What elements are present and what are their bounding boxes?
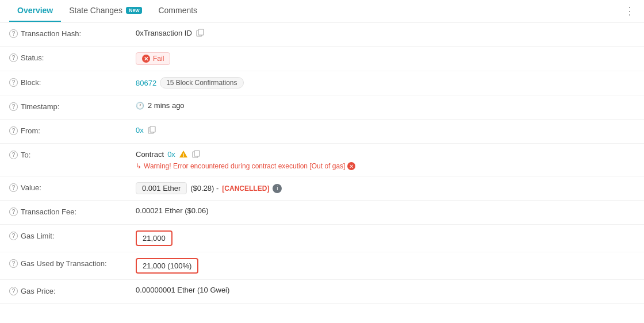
tab-state-changes-label: State Changes [69, 6, 122, 15]
help-icon-tx-fee[interactable]: ? [9, 207, 18, 216]
status-badge: ✕ Fail [136, 52, 170, 65]
label-block: ? Block: [9, 77, 136, 87]
value-from: 0x [136, 125, 635, 134]
row-timestamp: ? Timestamp: 🕐 2 mins ago [0, 95, 644, 120]
clock-icon: 🕐 [136, 102, 144, 110]
svg-rect-1 [198, 29, 204, 35]
label-value: ? Value: [9, 182, 136, 192]
contract-address-link[interactable]: 0x [167, 150, 175, 159]
to-main-line: Contract 0x ! [136, 149, 201, 159]
label-gas-used: ? Gas Used by Transaction: [9, 258, 136, 268]
tab-overview-label: Overview [17, 6, 53, 15]
row-value: ? Value: 0.001 Ether ($0.28) - [CANCELLE… [0, 176, 644, 201]
value-transaction-hash: 0xTransaction ID [136, 28, 635, 37]
svg-rect-7 [194, 151, 200, 156]
value-info-icon[interactable]: i [273, 184, 282, 193]
label-transaction-hash: ? Transaction Hash: [9, 28, 136, 38]
row-gas-used: ? Gas Used by Transaction: 21,000 (100%) [0, 252, 644, 280]
label-gas-limit: ? Gas Limit: [9, 230, 136, 240]
label-from: ? From: [9, 125, 136, 135]
help-icon-to[interactable]: ? [9, 151, 18, 159]
row-transaction-hash: ? Transaction Hash: 0xTransaction ID [0, 22, 644, 47]
label-to: ? To: [9, 149, 136, 159]
to-warning-icon: ! [179, 149, 188, 159]
state-changes-badge: New [126, 7, 143, 14]
help-icon-gas-limit[interactable]: ? [9, 232, 18, 240]
gas-limit-value: 21,000 [136, 230, 172, 246]
value-timestamp: 🕐 2 mins ago [136, 101, 635, 110]
value-to: Contract 0x ! ↳ Warning! Error [136, 149, 635, 170]
value-gas-limit: 21,000 [136, 230, 635, 246]
cancelled-badge: [CANCELLED] [222, 184, 269, 193]
row-gas-limit: ? Gas Limit: 21,000 [0, 225, 644, 252]
help-icon-value[interactable]: ? [9, 183, 18, 192]
eth-value-pill: 0.001 Ether [136, 182, 187, 194]
to-warning-text: ↳ Warning! Error encountered during cont… [136, 162, 355, 170]
help-icon-from[interactable]: ? [9, 126, 18, 135]
copy-tx-hash-icon[interactable] [195, 28, 205, 37]
value-block: 80672 15 Block Confirmations [136, 77, 635, 89]
tab-menu-icon[interactable]: ⋮ [624, 5, 635, 17]
transaction-details: ? Transaction Hash: 0xTransaction ID ? S… [0, 22, 644, 304]
row-status: ? Status: ✕ Fail [0, 47, 644, 71]
value-status: ✕ Fail [136, 52, 635, 65]
help-icon-timestamp[interactable]: ? [9, 102, 18, 111]
timestamp-text: 2 mins ago [148, 101, 185, 110]
help-icon-block[interactable]: ? [9, 78, 18, 87]
copy-from-icon[interactable] [147, 125, 156, 134]
copy-contract-icon[interactable] [191, 149, 201, 159]
status-fail-icon: ✕ [142, 55, 150, 63]
label-status: ? Status: [9, 52, 136, 62]
tab-comments[interactable]: Comments [150, 0, 205, 22]
block-number-link[interactable]: 80672 [136, 79, 156, 87]
contract-label: Contract [136, 150, 164, 159]
warning-error-icon: ✕ [347, 162, 355, 170]
warning-message: Warning! Error encountered during contra… [144, 162, 345, 170]
tx-hash-text: 0xTransaction ID [136, 29, 192, 37]
svg-text:!: ! [182, 152, 184, 158]
label-transaction-fee: ? Transaction Fee: [9, 206, 136, 216]
row-gas-price: ? Gas Price: 0.00000001 Ether (10 Gwei) [0, 280, 644, 304]
tx-fee-text: 0.00021 Ether ($0.06) [136, 206, 208, 215]
tab-overview[interactable]: Overview [9, 0, 61, 22]
help-icon-status[interactable]: ? [9, 53, 18, 62]
value-gas-used: 21,000 (100%) [136, 258, 635, 274]
block-confirmations-badge: 15 Block Confirmations [160, 77, 243, 89]
value-transaction-fee: 0.00021 Ether ($0.06) [136, 206, 635, 215]
value-value: 0.001 Ether ($0.28) - [CANCELLED] i [136, 182, 635, 194]
tab-bar: Overview State Changes New Comments ⋮ [0, 0, 644, 22]
gas-used-value: 21,000 (100%) [136, 258, 198, 274]
help-icon-gas-used[interactable]: ? [9, 259, 18, 268]
row-from: ? From: 0x [0, 120, 644, 144]
label-gas-price: ? Gas Price: [9, 286, 136, 295]
row-to: ? To: Contract 0x ! [0, 144, 644, 176]
usd-value-text: ($0.28) - [190, 184, 218, 193]
tab-state-changes[interactable]: State Changes New [61, 0, 150, 22]
svg-rect-3 [150, 126, 155, 132]
value-gas-price: 0.00000001 Ether (10 Gwei) [136, 286, 635, 294]
help-icon-gas-price[interactable]: ? [9, 287, 18, 295]
gas-price-text: 0.00000001 Ether (10 Gwei) [136, 286, 229, 294]
row-block: ? Block: 80672 15 Block Confirmations [0, 71, 644, 95]
row-transaction-fee: ? Transaction Fee: 0.00021 Ether ($0.06) [0, 201, 644, 225]
from-address-link[interactable]: 0x [136, 126, 144, 134]
status-fail-label: Fail [153, 55, 164, 63]
tab-comments-label: Comments [158, 6, 197, 15]
label-timestamp: ? Timestamp: [9, 101, 136, 111]
help-icon-tx-hash[interactable]: ? [9, 29, 18, 38]
